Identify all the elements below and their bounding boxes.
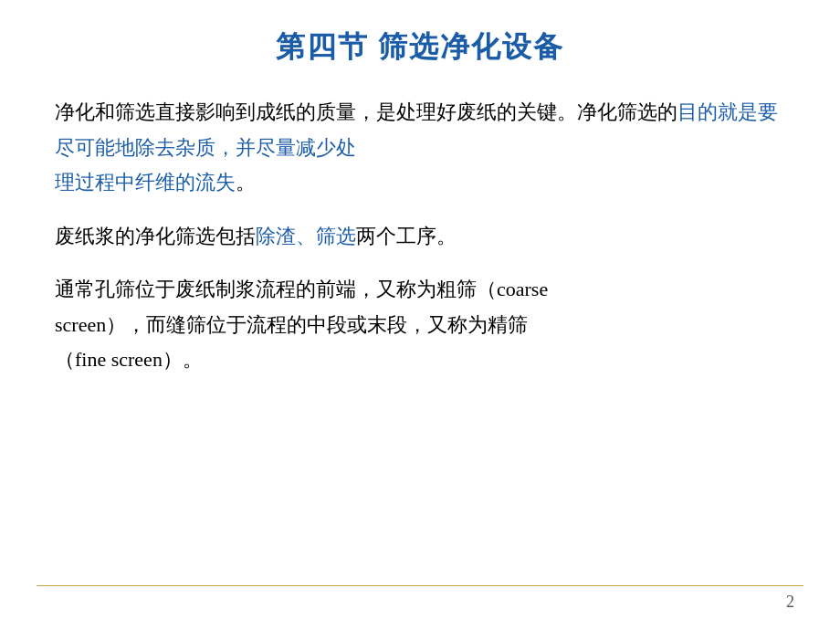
p1-text1: 净化和筛选直接影响到成纸的质量，是处理好废纸的关键。净化筛选的 (55, 100, 677, 123)
paragraph-2: 废纸浆的净化筛选包括除渣、筛选两个工序。 (55, 219, 785, 255)
slide-title: 第四节 筛选净化设备 (55, 27, 785, 68)
paragraph-3: 通常孔筛位于废纸制浆流程的前端，又称为粗筛（coarsescreen），而缝筛位… (55, 272, 785, 378)
paragraph-1: 净化和筛选直接影响到成纸的质量，是处理好废纸的关键。净化筛选的目的就是要尽可能地… (55, 95, 785, 201)
page-number: 2 (786, 593, 794, 612)
slide-content: 净化和筛选直接影响到成纸的质量，是处理好废纸的关键。净化筛选的目的就是要尽可能地… (55, 95, 785, 378)
p2-text2: 两个工序。 (356, 225, 457, 247)
bottom-divider (37, 585, 803, 586)
p1-text2: 。 (236, 171, 256, 194)
p2-text1: 废纸浆的净化筛选包括 (55, 225, 256, 247)
p3-text: 通常孔筛位于废纸制浆流程的前端，又称为粗筛（coarsescreen），而缝筛位… (55, 278, 548, 371)
p2-highlight: 除渣、筛选 (256, 225, 356, 247)
slide-container: 第四节 筛选净化设备 净化和筛选直接影响到成纸的质量，是处理好废纸的关键。净化筛… (0, 0, 840, 630)
